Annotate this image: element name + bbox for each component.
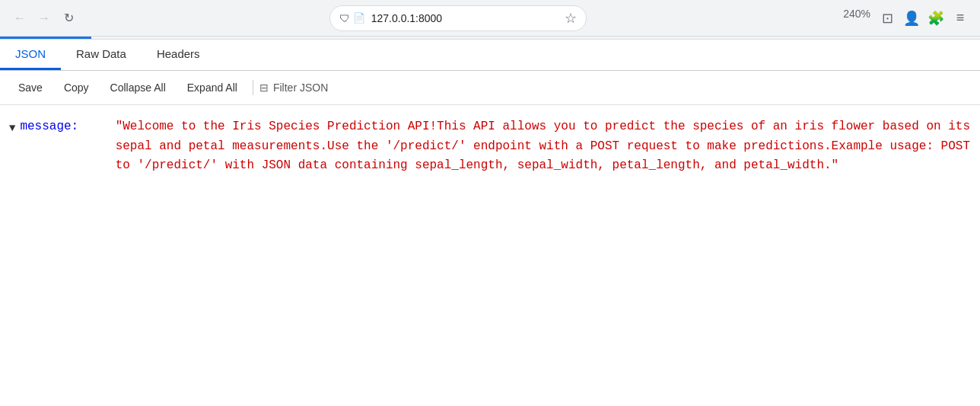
- extensions-icon: 🧩: [928, 10, 944, 27]
- collapse-all-button[interactable]: Collapse All: [101, 77, 175, 98]
- reload-button[interactable]: ↻: [58, 8, 79, 29]
- forward-button[interactable]: →: [33, 8, 55, 29]
- json-viewer-tabs: JSON Raw Data Headers: [0, 40, 980, 71]
- tab-headers[interactable]: Headers: [142, 40, 215, 70]
- menu-button[interactable]: ≡: [950, 8, 971, 29]
- browser-actions: 240% ⊡ 👤 🧩 ≡: [843, 8, 971, 29]
- pocket-icon: ⊡: [882, 10, 893, 27]
- star-icon: ☆: [565, 11, 577, 26]
- url-input[interactable]: [371, 12, 559, 24]
- nav-buttons: ← → ↻: [9, 8, 79, 29]
- filter-label: Filter JSON: [273, 82, 328, 94]
- filter-icon: ⊟: [259, 82, 269, 94]
- profile-icon: 👤: [903, 10, 920, 27]
- pocket-button[interactable]: ⊡: [877, 8, 898, 29]
- json-key-message: message:: [20, 117, 78, 137]
- extensions-button[interactable]: 🧩: [925, 8, 947, 29]
- json-value-message: "Welcome to the Iris Species Prediction …: [116, 117, 971, 176]
- filter-container: ⊟ Filter JSON: [259, 82, 328, 94]
- menu-icon: ≡: [956, 10, 965, 26]
- reload-icon: ↻: [64, 11, 74, 25]
- toolbar-divider: [253, 80, 253, 95]
- json-content: ▼ message: "Welcome to the Iris Species …: [0, 105, 980, 404]
- browser-chrome: ← → ↻ 🛡 📄 ☆ 240% ⊡ 👤 🧩 ≡: [0, 0, 980, 37]
- collapse-arrow[interactable]: ▼: [9, 120, 15, 136]
- page-icon: 📄: [353, 12, 365, 24]
- tab-raw-data[interactable]: Raw Data: [61, 40, 142, 70]
- zoom-level: 240%: [843, 8, 870, 29]
- json-message-row: ▼ message: "Welcome to the Iris Species …: [9, 117, 971, 176]
- key-spacing: [81, 117, 110, 137]
- json-toolbar: Save Copy Collapse All Expand All ⊟ Filt…: [0, 71, 980, 105]
- back-button[interactable]: ←: [9, 8, 30, 29]
- address-bar-icons: 🛡 📄: [339, 12, 365, 24]
- tab-json[interactable]: JSON: [0, 40, 61, 70]
- back-icon: ←: [14, 11, 26, 25]
- forward-icon: →: [38, 11, 50, 25]
- bookmark-button[interactable]: ☆: [565, 10, 577, 27]
- address-bar[interactable]: 🛡 📄 ☆: [329, 5, 587, 31]
- expand-all-button[interactable]: Expand All: [178, 77, 247, 98]
- copy-button[interactable]: Copy: [55, 77, 98, 98]
- shield-icon: 🛡: [339, 12, 350, 24]
- profile-button[interactable]: 👤: [901, 8, 922, 29]
- active-tab-indicator: [0, 37, 91, 39]
- save-button[interactable]: Save: [9, 77, 52, 98]
